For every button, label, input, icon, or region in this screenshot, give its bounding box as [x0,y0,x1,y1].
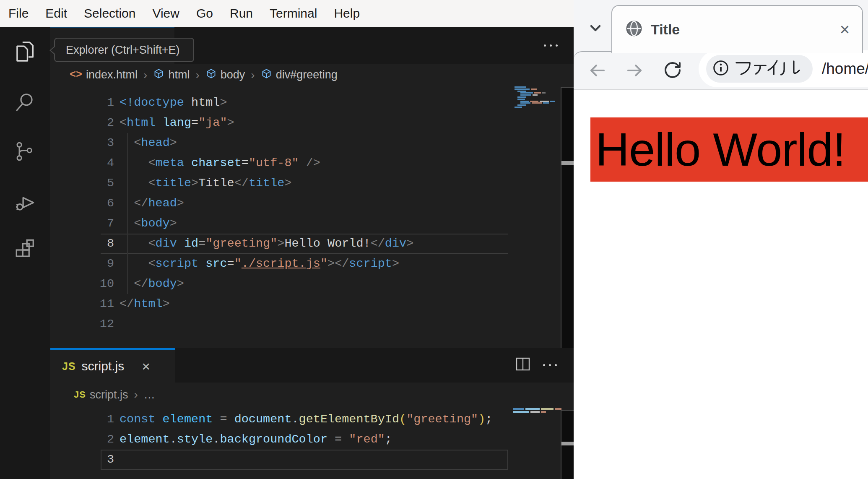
browser-tab[interactable]: Title × [611,5,863,53]
chip-label-glyphs [735,58,802,79]
breadcrumb-separator: › [133,388,138,401]
symbol-cube-icon [205,68,217,82]
code-line: <head> [120,133,507,153]
browser-viewport: Hello World! [574,90,868,479]
symbol-cube-icon [261,68,272,82]
extensions-icon[interactable] [12,237,38,263]
code-js: const element = document.getElementById(… [120,409,507,470]
browser-toolbar: ファイル /home/u [574,51,868,90]
tab-list-chevron-button[interactable] [585,18,606,39]
minimap-line [517,91,526,92]
breadcrumb-item[interactable]: div#greeting [261,68,338,82]
code-line [120,314,507,334]
breadcrumb-separator: › [250,68,255,82]
minimap-line [513,408,561,410]
breadcrumb-item[interactable]: <>index.html [70,68,138,81]
line-number: 3 [50,133,114,153]
menu-view[interactable]: View [144,0,187,27]
line-number: 10 [50,274,114,294]
breadcrumb-separator: › [195,68,200,82]
js-file-icon: JS [74,389,86,400]
run-debug-icon[interactable] [12,190,38,216]
screen: FileEditSelectionViewGoRunTerminalHelp [0,0,868,479]
minimap-line [517,104,526,106]
code-line: <body> [120,213,507,234]
html-file-icon: <> [70,69,82,81]
code-line: <title>Title</title> [120,173,507,193]
globe-icon [625,19,643,39]
address-bar[interactable]: ファイル /home/u [699,50,868,87]
source-control-icon[interactable] [12,139,38,165]
minimap-line [520,92,546,94]
breadcrumb-item[interactable]: JSscript.js [74,388,128,401]
js-file-icon: JS [62,360,76,372]
search-icon[interactable] [12,90,38,116]
breadcrumb-item[interactable]: html [153,68,190,82]
line-number: 1 [50,409,114,430]
browser-window: Title × [574,0,868,479]
minimap-line [513,411,546,413]
minimap-line [515,86,526,88]
line-numbers: 123456789101112 [50,93,114,334]
line-number: 2 [50,430,114,450]
breadcrumb-item[interactable]: … [144,388,155,401]
site-info-chip[interactable]: ファイル [706,55,813,83]
code-line: <!doctype html> [120,93,507,113]
minimap[interactable] [513,408,560,414]
activity-bar [0,27,50,479]
code-line: <script src="./script.js"></script> [120,254,507,274]
breadcrumb-separator: › [143,68,148,82]
line-number: 6 [50,193,114,213]
minimap[interactable] [515,86,552,110]
line-number: 8 [50,234,114,254]
scrollbar[interactable] [561,87,574,348]
menu-go[interactable]: Go [188,0,221,27]
explorer-icon[interactable] [12,39,38,65]
split-editor-button[interactable] [515,357,530,373]
menu-run[interactable]: Run [221,0,261,27]
scrollbar-thumb[interactable] [561,442,574,445]
scrollbar-thumb[interactable] [561,161,574,165]
menu-terminal[interactable]: Terminal [261,0,325,27]
code-line [120,450,507,470]
breadcrumb-script: JSscript.js›… [50,383,574,407]
explorer-tooltip: Explorer (Ctrl+Shift+E) [54,38,194,62]
reload-button[interactable] [663,60,683,81]
minimap-line [520,101,555,102]
close-tab-icon[interactable]: × [142,359,150,373]
code-line: <meta charset="utf-8" /> [120,153,507,173]
greeting-div: Hello World! [590,117,868,182]
minimap-line [515,107,522,108]
info-icon [712,59,730,78]
forward-button[interactable] [625,60,645,82]
back-button[interactable] [587,60,607,82]
line-number: 5 [50,173,114,193]
code-line: </head> [120,193,507,213]
code-line: </body> [120,274,507,294]
editor-tab-bar-bottom: JS script.js × [50,348,574,383]
menu-edit[interactable]: Edit [37,0,75,27]
code-line: <html lang="ja"> [120,113,507,133]
close-tab-icon[interactable]: × [840,21,850,38]
menu-file[interactable]: File [0,0,37,27]
code-line: const element = document.getElementById(… [120,409,507,430]
code-html: <!doctype html><html lang="ja"> <head> <… [120,93,507,334]
menu-selection[interactable]: Selection [75,0,144,27]
code-line: element.style.backgroundColor = "red"; [120,430,507,450]
menu-help[interactable]: Help [325,0,368,27]
ellipsis-icon[interactable] [543,357,557,373]
minimap-line [515,89,537,90]
scrollbar[interactable] [561,410,574,479]
minimap-line [520,94,538,96]
line-number: 11 [50,294,114,314]
editor-more-actions-button[interactable] [544,37,558,54]
tab-script-js[interactable]: JS script.js × [50,348,175,383]
breadcrumb-item[interactable]: body [205,68,245,82]
vscode-window: FileEditSelectionViewGoRunTerminalHelp [0,0,574,479]
minimap-line [520,102,549,104]
breadcrumb: <>index.html›html›body›div#greeting [50,64,574,86]
line-number: 9 [50,254,114,274]
line-number: 12 [50,314,114,334]
url-text: /home/u [822,60,868,78]
tab-title: Title [651,21,832,38]
